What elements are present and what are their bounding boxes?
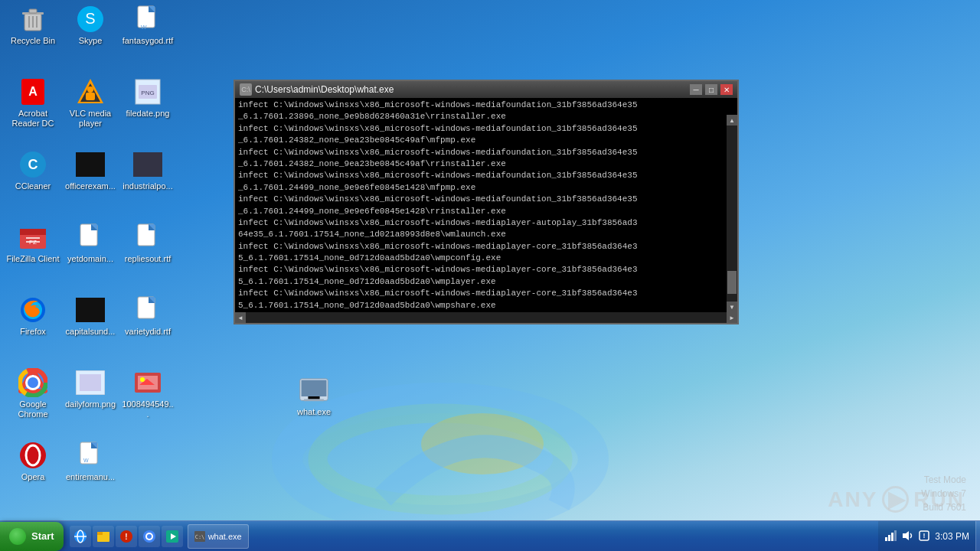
svg-text:!: !: [125, 533, 127, 541]
whatexe-icon: [299, 375, 329, 406]
capitalsund-label: capitalsund...: [66, 327, 116, 337]
icon-ccleaner[interactable]: C CCleaner: [6, 149, 60, 191]
officerexam-label: officerexam...: [65, 181, 116, 191]
volume-icon[interactable]: [901, 530, 913, 543]
svg-rect-71: [97, 532, 103, 535]
svg-rect-82: [885, 537, 887, 541]
cmd-line: _6.1.7601.24382_none_9ea23be0845c49af\rr…: [238, 158, 727, 170]
icon-industrialpo[interactable]: industrialpo...: [121, 149, 175, 191]
svg-point-77: [147, 534, 152, 539]
chrome-icon: [18, 367, 48, 398]
anyrun-play-icon: ▶: [882, 486, 909, 513]
hscroll-left-arrow[interactable]: ◄: [235, 312, 246, 323]
icon-yetdomain[interactable]: yetdomain...: [64, 222, 117, 264]
cmd-line: 5_6.1.7601.17514_none_0d712d0aad5bd2a0\w…: [238, 253, 727, 264]
hscroll-track[interactable]: [246, 312, 727, 323]
maximize-button[interactable]: □: [705, 84, 717, 95]
os-label: Windows 7: [921, 487, 966, 500]
cmd-line: _6.1.7601.23896_none_9e9b8d628460a31e\rr…: [238, 111, 727, 122]
yetdomain-label: yetdomain...: [67, 254, 113, 264]
cmd-line: 5_6.1.7601.17514_none_0d712d0aad5bd2a0\w…: [238, 300, 727, 311]
icon-recycle-bin[interactable]: Recycle Bin: [6, 4, 60, 46]
icon-entiremanu[interactable]: W entiremanu...: [64, 440, 117, 482]
taskbar-cmd-program[interactable]: C:\ what.exe: [188, 524, 249, 549]
cmd-scrollbar[interactable]: ▲ ▼: [727, 115, 737, 312]
clock[interactable]: 3:03 PM: [935, 531, 969, 542]
scroll-up-arrow[interactable]: ▲: [727, 115, 737, 126]
network-icon[interactable]: [884, 530, 897, 543]
cmd-titlebar[interactable]: C:\ C:\Users\admin\Desktop\what.exe ─ □ …: [235, 81, 737, 98]
acrobat-label: Acrobat Reader DC: [6, 109, 60, 129]
img1008-icon: [132, 367, 163, 398]
icon-dailyform[interactable]: dailyform.png: [64, 367, 117, 409]
industrialpo-label: industrialpo...: [122, 181, 172, 191]
cmd-line: infect C:\Windows\winsxs\x86_microsoft-w…: [238, 194, 727, 205]
cmd-hscroll[interactable]: ◄ ►: [235, 312, 737, 323]
cmd-content[interactable]: infect C:\Windows\winsxs\x86_microsoft-w…: [235, 98, 737, 312]
close-button[interactable]: ✕: [720, 84, 733, 95]
industrialpo-icon: [132, 149, 163, 180]
icon-filedate[interactable]: PNG filedate.png: [121, 77, 175, 119]
entiremanu-label: entiremanu...: [66, 472, 115, 482]
icon-varietydid[interactable]: varietydid.rtf: [121, 295, 175, 337]
dailyform-icon: [75, 367, 106, 398]
ccleaner-label: CCleaner: [15, 181, 51, 191]
icon-filezilla[interactable]: FZ FileZilla Client: [6, 222, 60, 264]
opera-label: Opera: [21, 472, 45, 482]
icon-firefox[interactable]: Firefox: [6, 295, 60, 337]
svg-text:W: W: [141, 24, 147, 31]
icon-whatexe[interactable]: what.exe: [287, 375, 341, 417]
icon-officerexam[interactable]: officerexam...: [64, 149, 117, 191]
filezilla-label: FileZilla Client: [6, 254, 59, 264]
system-tray[interactable]: ! 3:03 PM: [878, 521, 975, 551]
icon-vlc[interactable]: VLC media player: [64, 77, 117, 129]
svg-rect-84: [891, 533, 893, 541]
svg-rect-59: [308, 396, 319, 399]
icon-capitalsund[interactable]: capitalsund...: [64, 295, 117, 337]
vlc-icon: [75, 77, 106, 107]
icon-acrobat[interactable]: A Acrobat Reader DC: [6, 77, 60, 129]
taskbar-media-icon[interactable]: [162, 526, 183, 547]
taskbar[interactable]: Start ! C:\ what.exe: [0, 520, 980, 551]
icon-repliesout[interactable]: repliesout.rtf: [121, 222, 175, 264]
icon-chrome[interactable]: Google Chrome: [6, 367, 60, 419]
taskbar-chrome-icon[interactable]: [139, 526, 160, 547]
icon-fantasygod[interactable]: W fantasygod.rtf: [121, 4, 175, 46]
svg-rect-58: [302, 380, 327, 396]
hscroll-right-arrow[interactable]: ►: [727, 312, 737, 323]
build-label: Build 7601: [921, 500, 966, 514]
scrollbar-track[interactable]: [727, 126, 737, 302]
taskbar-ie-icon[interactable]: [70, 526, 91, 547]
varietydid-icon: [132, 295, 163, 325]
varietydid-label: varietydid.rtf: [125, 327, 171, 337]
action-center-icon[interactable]: !: [918, 530, 930, 543]
img1008-label: 1008494549...: [121, 399, 175, 419]
svg-point-56: [140, 377, 145, 382]
svg-point-1: [318, 413, 563, 505]
scrollbar-thumb[interactable]: [727, 271, 737, 294]
yetdomain-icon: [75, 222, 106, 253]
whatexe-label: what.exe: [297, 407, 331, 417]
taskbar-explorer-icon[interactable]: [93, 526, 114, 547]
cmd-line: infect C:\Windows\winsxs\x86_microsoft-w…: [238, 99, 727, 111]
minimize-button[interactable]: ─: [690, 84, 702, 95]
icon-opera[interactable]: Opera: [6, 440, 60, 482]
fantasygod-label: fantasygod.rtf: [122, 36, 174, 46]
scroll-down-arrow[interactable]: ▼: [727, 302, 737, 312]
svg-rect-60: [304, 399, 324, 402]
start-button[interactable]: Start: [0, 522, 64, 551]
skype-label: Skype: [79, 36, 103, 46]
recycle-bin-label: Recycle Bin: [11, 36, 55, 46]
firefox-label: Firefox: [20, 327, 46, 337]
start-orb: [9, 528, 26, 545]
svg-point-2: [421, 413, 544, 474]
taskbar-malware-icon[interactable]: !: [116, 526, 137, 547]
show-desktop-button[interactable]: [975, 521, 980, 551]
cmd-line: infect C:\Windows\winsxs\x86_microsoft-w…: [238, 241, 727, 253]
svg-text:C:\: C:\: [194, 534, 204, 540]
icon-skype[interactable]: S Skype: [64, 4, 117, 46]
svg-text:S: S: [85, 10, 95, 27]
icon-img1008[interactable]: 1008494549...: [121, 367, 175, 419]
firefox-icon: [18, 295, 48, 325]
dailyform-label: dailyform.png: [65, 399, 116, 409]
